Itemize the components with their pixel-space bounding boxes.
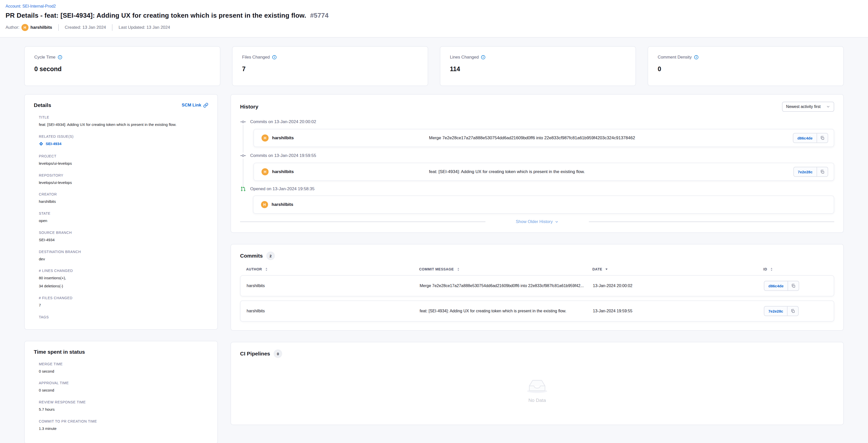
field-related-issues: RELATED ISSUE(S) SEI-4934 <box>34 135 208 147</box>
details-panel: Details SCM Link TITLE feat: [SEI-4934]:… <box>24 94 218 330</box>
page-title: PR Details - feat: [SEI-4934]: Adding UX… <box>5 11 863 20</box>
commit-hash-badge[interactable]: d86c4de <box>764 281 788 291</box>
field-value: 5.7 hours <box>39 407 208 412</box>
cell-commit-message: feat: [SEI-4934]: Adding UX for creating… <box>420 309 593 313</box>
empty-state: No Data <box>525 372 549 403</box>
field-merge-time: MERGE TIME 0 second <box>34 362 208 374</box>
no-data-tray-icon <box>525 375 549 393</box>
time-spent-heading: Time spent in status <box>34 349 208 355</box>
related-issue-key: SEI-4934 <box>45 142 62 146</box>
column-label: AUTHOR <box>246 267 262 271</box>
created-date: Created: 13 Jan 2024 <box>65 25 106 30</box>
field-tags: TAGS <box>34 315 208 319</box>
show-older-history-label: Show Older History <box>516 219 553 224</box>
field-label: REVIEW RESPONSE TIME <box>39 400 208 404</box>
timeline-event-commit: Commits on 13-Jan-2024 20:00:02 H harshi… <box>240 119 834 153</box>
column-header-author[interactable]: AUTHOR <box>246 267 419 271</box>
page-content: Cycle Time 0 second Files Changed 7 Line… <box>0 37 868 443</box>
field-label: STATE <box>39 211 208 215</box>
metric-card-files-changed: Files Changed 7 <box>232 46 428 86</box>
page-header: Account: SEI-Internal-Prod2 PR Details -… <box>0 0 868 37</box>
column-label: COMMIT MESSAGE <box>419 267 454 271</box>
pr-meta-row: Author: H harshilbits Created: 13 Jan 20… <box>5 24 863 31</box>
link-icon <box>203 103 208 108</box>
field-files-changed: # FILES CHANGED 7 <box>34 296 208 308</box>
column-header-date[interactable]: DATE <box>592 267 763 271</box>
info-icon[interactable] <box>58 55 62 60</box>
copy-hash-button[interactable] <box>787 306 799 316</box>
metric-value: 114 <box>450 65 626 73</box>
field-lines-changed: # LINES CHANGED 80 insertions(+), 34 del… <box>34 269 208 289</box>
author-name: harshilbits <box>31 25 52 30</box>
field-label: REPOSITORY <box>39 173 208 177</box>
field-commit-to-pr-time: COMMIT TO PR CREATION TIME 1.3 minute <box>34 419 208 432</box>
history-opened-row: H harshilbits <box>253 196 834 214</box>
field-source-branch: SOURCE BRANCH SEI-4934 <box>34 231 208 243</box>
ci-pipelines-heading: CI Pipelines <box>240 351 270 357</box>
cell-commit-message: Merge 7e2e28ce17a27a888e530754dd6ad21609… <box>420 284 593 288</box>
field-value: 0 second <box>39 368 208 374</box>
info-icon[interactable] <box>694 55 699 60</box>
column-header-id[interactable]: ID <box>763 267 828 271</box>
commit-hash-badge[interactable]: 7e2e28c <box>793 167 817 177</box>
field-value: feat: [SEI-4934]: Adding UX for creating… <box>39 122 208 127</box>
metric-value: 7 <box>242 65 418 73</box>
field-repository: REPOSITORY levelops/ui-levelops <box>34 173 208 185</box>
field-title: TITLE feat: [SEI-4934]: Adding UX for cr… <box>34 115 208 127</box>
field-approval-time: APPROVAL TIME 0 second <box>34 381 208 393</box>
copy-hash-button[interactable] <box>788 281 799 291</box>
field-value: 1.3 minute <box>39 426 208 432</box>
issue-diamond-icon <box>39 142 43 146</box>
history-sort-dropdown[interactable]: Newest activity first <box>782 102 834 112</box>
field-value: 7 <box>39 302 208 308</box>
divider <box>112 24 113 31</box>
commit-hash-badge[interactable]: d86c4de <box>793 133 817 143</box>
commit-hash-badge[interactable]: 7e2e28c <box>764 306 787 316</box>
history-commit-row: H harshilbits Merge 7e2e28ce17a27a888e53… <box>253 129 834 147</box>
field-state: STATE open <box>34 211 208 224</box>
field-label: # LINES CHANGED <box>39 269 208 273</box>
chevron-down-icon <box>555 220 559 224</box>
info-icon[interactable] <box>481 55 486 60</box>
commit-message: feat: [SEI-4934]: Adding UX for creating… <box>429 169 793 174</box>
column-header-commit-message[interactable]: COMMIT MESSAGE <box>419 267 592 271</box>
chevron-down-icon <box>826 105 830 109</box>
no-data-text: No Data <box>528 397 546 403</box>
scm-link[interactable]: SCM Link <box>182 103 208 108</box>
pr-title-text: PR Details - feat: [SEI-4934]: Adding UX… <box>5 11 306 19</box>
timeline-event-commit: Commits on 13-Jan-2024 19:59:55 H harshi… <box>240 153 834 186</box>
metric-cards-row: Cycle Time 0 second Files Changed 7 Line… <box>24 46 844 86</box>
commits-heading: Commits <box>240 253 263 259</box>
author-avatar: H <box>22 24 29 31</box>
field-value: dev <box>39 256 208 262</box>
commits-table-header: AUTHOR COMMIT MESSAGE DATE <box>240 267 834 271</box>
column-label: DATE <box>592 267 602 271</box>
field-label: APPROVAL TIME <box>39 381 208 385</box>
metric-value: 0 <box>658 65 834 73</box>
sort-icon <box>457 267 460 271</box>
field-value: levelops/ui-levelops <box>39 161 208 166</box>
git-commit-icon <box>240 153 246 159</box>
field-value-insertions: 80 insertions(+), <box>39 275 208 281</box>
metric-card-comment-density: Comment Density 0 <box>648 46 844 86</box>
ci-pipelines-panel: CI Pipelines 0 No Data <box>230 342 844 425</box>
metric-card-cycle-time: Cycle Time 0 second <box>24 46 220 86</box>
field-value: levelops/ui-levelops <box>39 180 208 185</box>
copy-hash-button[interactable] <box>817 167 828 177</box>
breadcrumb-account-link[interactable]: Account: SEI-Internal-Prod2 <box>5 4 56 8</box>
last-updated-date: Last Updated: 13 Jan 2024 <box>119 25 170 30</box>
related-issue-link[interactable]: SEI-4934 <box>39 142 62 146</box>
field-label: PROJECT <box>39 154 208 158</box>
show-older-history-button[interactable]: Show Older History <box>516 219 558 224</box>
copy-hash-button[interactable] <box>817 133 828 143</box>
info-icon[interactable] <box>272 55 277 60</box>
field-label: TAGS <box>39 315 208 319</box>
pr-author-avatar: H <box>261 201 268 208</box>
event-label: Commits on 13-Jan-2024 20:00:02 <box>250 119 316 124</box>
commits-panel: Commits 2 AUTHOR COMMIT MESSAGE <box>230 244 844 331</box>
field-value: harshilbits <box>39 199 208 204</box>
field-destination-branch: DESTINATION BRANCH dev <box>34 250 208 262</box>
field-project: PROJECT levelops/ui-levelops <box>34 154 208 166</box>
timeline-event-opened: Opened on 13-Jan-2024 19:58:35 H harshil… <box>240 186 834 214</box>
pull-request-icon <box>240 186 246 191</box>
